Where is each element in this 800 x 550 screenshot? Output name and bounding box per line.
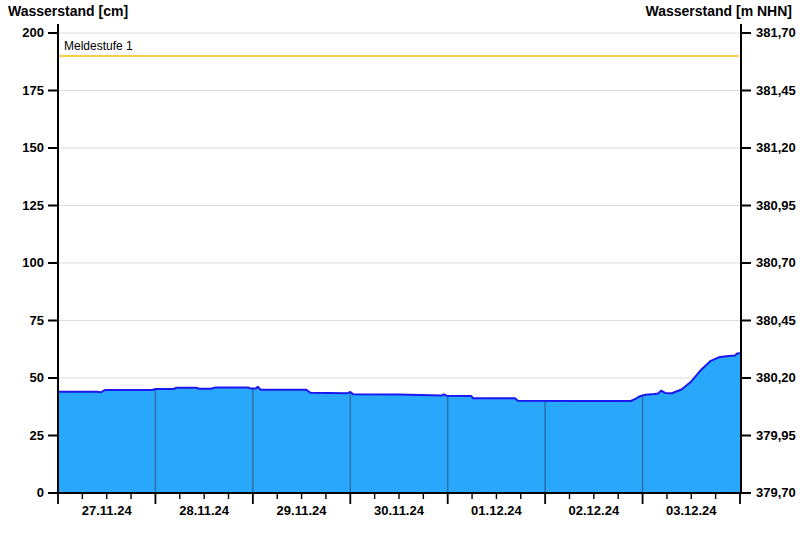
x-tick-label: 03.12.24 [646,503,736,519]
x-tick-label: 27.11.24 [62,503,152,519]
y-left-tick-label: 100 [8,255,44,271]
y-left-tick-label: 150 [8,140,44,156]
y-right-tick-label: 381,45 [756,83,796,99]
y-left-tick-label: 0 [8,485,44,501]
y-right-tick-label: 380,45 [756,313,796,329]
y-left-tick-label: 50 [8,370,44,386]
x-tick-label: 30.11.24 [354,503,444,519]
y-right-tick-label: 380,95 [756,198,796,214]
y-left-tick-label: 25 [8,428,44,444]
y-left-tick-label: 125 [8,198,44,214]
water-level-chart: Wasserstand [cm] Wasserstand [m NHN] Mel… [0,0,800,550]
y-right-tick-label: 381,20 [756,140,796,156]
y-left-tick-label: 175 [8,83,44,99]
y-left-tick-label: 75 [8,313,44,329]
y-right-tick-label: 380,20 [756,370,796,386]
y-left-tick-label: 200 [8,25,44,41]
y-right-tick-label: 381,70 [756,25,796,41]
x-tick-label: 01.12.24 [451,503,541,519]
water-level-area [58,353,740,493]
y-right-tick-label: 380,70 [756,255,796,271]
x-tick-label: 02.12.24 [549,503,639,519]
x-tick-label: 29.11.24 [257,503,347,519]
x-tick-label: 28.11.24 [159,503,249,519]
threshold-label: Meldestufe 1 [64,39,133,53]
y-right-tick-label: 379,95 [756,428,796,444]
plot-area [0,0,800,550]
y-right-tick-label: 379,70 [756,485,796,501]
